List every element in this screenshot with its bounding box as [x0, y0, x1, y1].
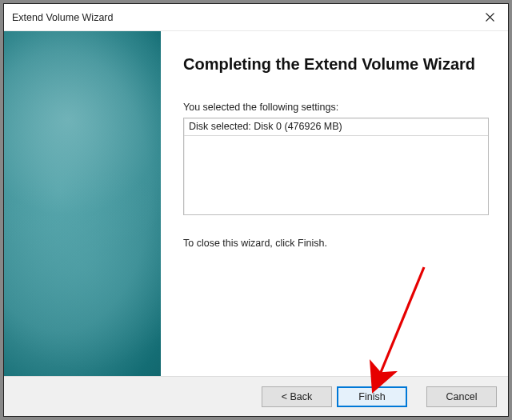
close-button[interactable]	[471, 4, 508, 31]
button-bar: < Back Finish Cancel	[4, 376, 508, 416]
close-icon	[486, 13, 494, 22]
titlebar: Extend Volume Wizard	[4, 4, 508, 31]
settings-listbox[interactable]: Disk selected: Disk 0 (476926 MB)	[183, 118, 489, 215]
close-instruction: To close this wizard, click Finish.	[183, 238, 489, 249]
content-area: Completing the Extend Volume Wizard You …	[4, 31, 508, 376]
wizard-sidebar-graphic	[4, 31, 161, 376]
page-heading: Completing the Extend Volume Wizard	[183, 54, 489, 74]
wizard-dialog: Extend Volume Wizard Completing the Exte…	[3, 3, 509, 417]
cancel-button[interactable]: Cancel	[426, 386, 497, 407]
main-panel: Completing the Extend Volume Wizard You …	[161, 31, 508, 376]
finish-button[interactable]: Finish	[337, 386, 407, 407]
settings-row: Disk selected: Disk 0 (476926 MB)	[184, 118, 488, 136]
settings-label: You selected the following settings:	[183, 102, 489, 113]
back-button[interactable]: < Back	[262, 386, 332, 407]
window-title: Extend Volume Wizard	[12, 12, 113, 23]
